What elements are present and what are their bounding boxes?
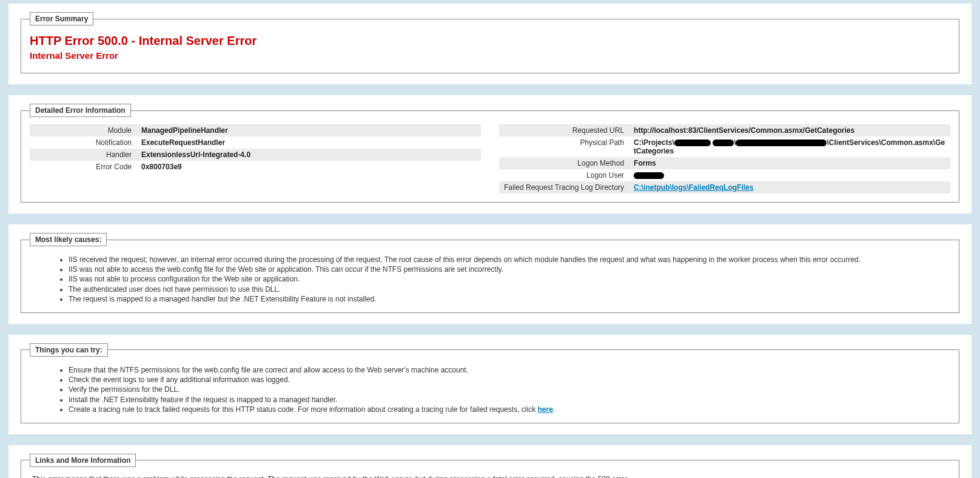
frt-link[interactable]: C:\inetpub\logs\FailedReqLogFiles (634, 183, 753, 192)
moreinfo-fieldset: Links and More Information This error me… (21, 454, 959, 478)
try-legend: Things you can try: (30, 343, 108, 357)
error-summary-fieldset: Error Summary HTTP Error 500.0 - Interna… (21, 12, 959, 73)
list-item: The authenticated user does not have per… (69, 284, 942, 294)
redacted-path-2 (713, 140, 734, 146)
detail-legend: Detailed Error Information (30, 104, 131, 117)
error-summary-section: Error Summary HTTP Error 500.0 - Interna… (8, 4, 972, 84)
redacted-path-1 (674, 140, 711, 146)
frt-label: Failed Request Tracing Log Directory (499, 181, 629, 194)
module-label: Module (30, 124, 136, 136)
redacted-user (634, 172, 664, 179)
errorcode-label: Error Code (30, 161, 136, 173)
list-item: Verify the permissions for the DLL. (69, 385, 942, 394)
logonuser-value (629, 169, 950, 181)
causes-legend: Most likely causes: (30, 233, 107, 246)
causes-fieldset: Most likely causes: IIS received the req… (21, 233, 959, 313)
redacted-path-3 (736, 140, 827, 146)
notification-label: Notification (30, 136, 136, 149)
handler-label: Handler (30, 149, 136, 161)
moreinfo-section: Links and More Information This error me… (8, 445, 972, 478)
logonmethod-value: Forms (629, 157, 950, 169)
list-item: IIS was not able to process configuratio… (69, 274, 942, 284)
tracing-suffix: . (553, 405, 555, 414)
list-item: Create a tracing rule to track failed re… (69, 405, 942, 414)
detail-table-right: Requested URL http://localhost:83/Client… (499, 124, 950, 194)
list-item: Check the event logs to see if any addit… (69, 375, 942, 385)
moreinfo-para: This error means that there was a proble… (32, 475, 629, 478)
requrl-label: Requested URL (499, 124, 629, 136)
try-section: Things you can try: Ensure that the NTFS… (8, 335, 972, 434)
physpath-value: C:\Projects\ \\ClientServices\Common.asm… (629, 136, 950, 157)
list-item: Install the .NET Extensibility feature i… (69, 395, 942, 405)
errorcode-value: 0x800703e9 (136, 161, 481, 173)
tracing-here-link[interactable]: here (537, 405, 552, 414)
handler-value: ExtensionlessUrl-Integrated-4.0 (136, 149, 481, 161)
requrl-value: http://localhost:83/ClientServices/Commo… (629, 124, 950, 136)
list-item: IIS was not able to access the web.confi… (69, 264, 942, 274)
list-item: The request is mapped to a managed handl… (69, 294, 942, 304)
moreinfo-text: This error means that there was a proble… (32, 474, 949, 478)
try-fieldset: Things you can try: Ensure that the NTFS… (21, 343, 959, 423)
logonuser-label: Logon User (499, 169, 629, 181)
list-item: IIS received the request; however, an in… (69, 255, 942, 264)
try-list: Ensure that the NTFS permissions for the… (60, 365, 950, 414)
module-value: ManagedPipelineHandler (136, 124, 481, 136)
logonmethod-label: Logon Method (499, 157, 629, 169)
error-summary-legend: Error Summary (30, 12, 93, 25)
tracing-text: Create a tracing rule to track failed re… (69, 405, 537, 414)
detail-fieldset: Detailed Error Information Module Manage… (21, 104, 959, 203)
error-title: HTTP Error 500.0 - Internal Server Error (30, 34, 950, 48)
physpath-prefix: C:\Projects\ (634, 138, 674, 147)
causes-list: IIS received the request; however, an in… (60, 255, 950, 304)
notification-value: ExecuteRequestHandler (136, 136, 481, 149)
causes-section: Most likely causes: IIS received the req… (8, 224, 972, 324)
detail-table-left: Module ManagedPipelineHandler Notificati… (30, 124, 481, 173)
list-item: Ensure that the NTFS permissions for the… (69, 365, 942, 375)
moreinfo-legend: Links and More Information (30, 454, 136, 467)
physpath-label: Physical Path (499, 136, 629, 157)
detail-section: Detailed Error Information Module Manage… (8, 95, 972, 214)
error-subtitle: Internal Server Error (30, 50, 950, 61)
